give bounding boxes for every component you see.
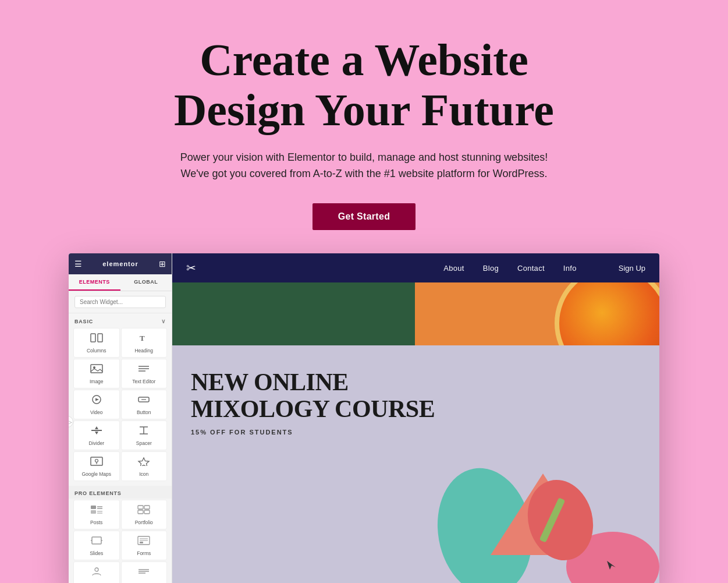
widget-heading[interactable]: T Heading bbox=[121, 328, 168, 358]
nav-link-info[interactable]: Info bbox=[563, 264, 577, 273]
widget-login[interactable] bbox=[73, 561, 120, 583]
video-icon bbox=[90, 395, 103, 407]
widget-heading-label: Heading bbox=[134, 348, 153, 354]
preview-top-section bbox=[172, 282, 659, 345]
orange-circle-decoration bbox=[555, 282, 659, 345]
svg-point-39 bbox=[95, 568, 98, 571]
widget-spacer-label: Spacer bbox=[136, 440, 152, 446]
widget-google-maps-label: Google Maps bbox=[81, 471, 111, 477]
svg-rect-0 bbox=[91, 334, 95, 342]
basic-section-title: BASIC ∨ bbox=[69, 313, 172, 327]
google-maps-icon bbox=[90, 457, 103, 469]
svg-rect-30 bbox=[138, 510, 143, 514]
posts-icon bbox=[90, 505, 103, 517]
basic-widgets-grid: Columns T Heading Image Tex bbox=[69, 327, 172, 486]
preview-logo-icon: ✂ bbox=[186, 261, 196, 275]
preview-nav-links: About Blog Contact Info Sign Up bbox=[443, 264, 645, 273]
widget-video-label: Video bbox=[90, 409, 103, 415]
nav-link-blog[interactable]: Blog bbox=[483, 264, 499, 273]
widget-video[interactable]: Video bbox=[73, 390, 120, 419]
widget-button[interactable]: Button bbox=[121, 390, 168, 419]
sidebar-header: ☰ elementor ⊞ bbox=[69, 253, 172, 274]
svg-rect-29 bbox=[144, 506, 150, 509]
svg-rect-25 bbox=[91, 510, 96, 514]
text-editor-icon bbox=[137, 364, 150, 376]
widget-columns-label: Columns bbox=[87, 348, 106, 354]
preview-window: ☰ elementor ⊞ ELEMENTS GLOBAL BASIC ∨ Co… bbox=[69, 253, 659, 583]
widget-portfolio-label: Portfolio bbox=[135, 520, 153, 525]
svg-text:T: T bbox=[140, 334, 145, 342]
widget-columns[interactable]: Columns bbox=[73, 328, 120, 358]
image-icon bbox=[90, 364, 103, 376]
preview-green-section bbox=[172, 282, 415, 345]
hero-subtitle: Power your vision with Elementor to buil… bbox=[155, 149, 574, 183]
svg-rect-1 bbox=[98, 334, 102, 342]
widget-nav[interactable] bbox=[121, 561, 168, 583]
forms-icon bbox=[137, 536, 150, 548]
tab-elements[interactable]: ELEMENTS bbox=[69, 274, 120, 291]
widget-portfolio[interactable]: Portfolio bbox=[121, 500, 168, 529]
preview-content: NEW ONLINE MIXOLOGY COURSE 15% OFF FOR S… bbox=[172, 282, 659, 583]
icon-widget-icon bbox=[137, 457, 150, 469]
sidebar-search bbox=[69, 291, 172, 313]
widget-text-editor[interactable]: Text Editor bbox=[121, 359, 168, 388]
widget-posts[interactable]: Posts bbox=[73, 500, 120, 529]
elementor-logo: elementor bbox=[102, 260, 139, 267]
svg-marker-9 bbox=[95, 398, 99, 401]
preview-bottom-section: NEW ONLINE MIXOLOGY COURSE 15% OFF FOR S… bbox=[172, 345, 659, 583]
heading-icon: T bbox=[137, 333, 150, 345]
hero-title: Create a Website Design Your Future bbox=[12, 35, 716, 135]
widget-spacer[interactable]: Spacer bbox=[121, 421, 168, 450]
sidebar-tabs: ELEMENTS GLOBAL bbox=[69, 274, 172, 291]
cta-button[interactable]: Get Started bbox=[312, 203, 416, 230]
widget-image-label: Image bbox=[90, 379, 104, 384]
widget-divider[interactable]: Divider bbox=[73, 421, 120, 450]
tab-global[interactable]: GLOBAL bbox=[120, 274, 172, 291]
widget-posts-label: Posts bbox=[90, 520, 102, 525]
widget-divider-label: Divider bbox=[89, 440, 104, 446]
svg-rect-38 bbox=[140, 542, 143, 543]
pro-section-title: PRO ELEMENTS bbox=[69, 486, 172, 499]
widget-icon[interactable]: Icon bbox=[121, 451, 168, 481]
svg-rect-31 bbox=[144, 510, 150, 514]
login-icon bbox=[90, 567, 103, 579]
svg-rect-3 bbox=[91, 365, 102, 373]
button-icon bbox=[137, 395, 150, 407]
svg-marker-14 bbox=[95, 432, 98, 434]
hero-section: Create a Website Design Your Future Powe… bbox=[0, 0, 728, 253]
widget-forms[interactable]: Forms bbox=[121, 531, 168, 560]
svg-rect-28 bbox=[138, 506, 143, 509]
course-title: NEW ONLINE MIXOLOGY COURSE bbox=[191, 369, 641, 422]
portfolio-icon bbox=[137, 505, 150, 517]
columns-icon bbox=[90, 333, 103, 345]
elementor-sidebar: ☰ elementor ⊞ ELEMENTS GLOBAL BASIC ∨ Co… bbox=[69, 253, 172, 583]
widget-image[interactable]: Image bbox=[73, 359, 120, 388]
grid-icon[interactable]: ⊞ bbox=[159, 259, 166, 268]
svg-marker-13 bbox=[95, 426, 98, 429]
widget-button-label: Button bbox=[137, 409, 151, 415]
slides-icon bbox=[90, 536, 103, 548]
svg-rect-32 bbox=[92, 537, 101, 544]
svg-marker-21 bbox=[139, 458, 149, 466]
nav-icon bbox=[137, 567, 150, 579]
widget-slides[interactable]: Slides bbox=[73, 531, 120, 560]
spacer-icon bbox=[137, 426, 150, 438]
nav-link-about[interactable]: About bbox=[443, 264, 464, 273]
nav-link-contact[interactable]: Contact bbox=[517, 264, 545, 273]
preview-nav: ✂ About Blog Contact Info Sign Up bbox=[172, 253, 659, 282]
widget-forms-label: Forms bbox=[137, 550, 151, 556]
svg-point-19 bbox=[95, 460, 98, 462]
svg-rect-22 bbox=[91, 506, 96, 509]
widget-text-editor-label: Text Editor bbox=[132, 379, 155, 384]
widget-icon-label: Icon bbox=[139, 471, 148, 477]
pro-widgets-grid: Posts Portfolio Slides For bbox=[69, 499, 172, 583]
widget-google-maps[interactable]: Google Maps bbox=[73, 451, 120, 481]
nav-signup[interactable]: Sign Up bbox=[619, 264, 645, 273]
hamburger-icon[interactable]: ☰ bbox=[74, 259, 82, 268]
website-preview: ✂ About Blog Contact Info Sign Up NEW ON… bbox=[172, 253, 659, 583]
divider-icon bbox=[90, 426, 103, 438]
chevron-down-icon: ∨ bbox=[161, 318, 166, 324]
preview-orange-section bbox=[415, 282, 659, 345]
search-input[interactable] bbox=[74, 296, 166, 308]
decorative-shapes bbox=[368, 415, 659, 583]
